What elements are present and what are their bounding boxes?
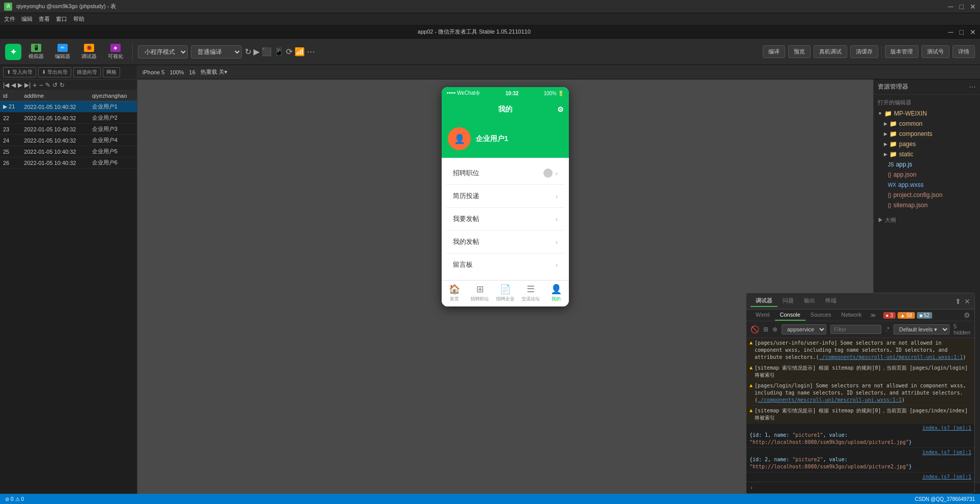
nav-arrow-left[interactable]: ◀ [11, 81, 16, 89]
details-btn[interactable]: 详情 [953, 45, 975, 58]
console-input[interactable] [755, 485, 970, 491]
folder-components[interactable]: ▶ 📁 components [874, 129, 980, 139]
debug-outer-tab-problems[interactable]: 问题 [777, 295, 799, 307]
tab-home[interactable]: 🏠 首页 [442, 284, 467, 302]
debug-tab-sources[interactable]: Sources [805, 310, 836, 321]
debug-tab-wxml[interactable]: Wxml [751, 310, 775, 321]
table-row[interactable]: 25 2022-01-05 10:40:32 企业用户5 [0, 146, 137, 157]
nav-arrow-right[interactable]: ▶ [18, 81, 22, 89]
debug-more-tabs[interactable]: ≫ [867, 310, 879, 321]
nav-delete[interactable]: − [39, 81, 43, 89]
filter-btn[interactable]: 筛选向导 [73, 67, 101, 77]
menu-item-3[interactable]: 我要发帖 › [446, 208, 565, 231]
nav-arrow-right-most[interactable]: ▶| [24, 81, 31, 89]
table-row[interactable]: 23 2022-01-05 10:40:32 企业用户3 [0, 124, 137, 135]
export-btn[interactable]: ⬇ 导出向导 [38, 67, 71, 77]
db-maximize-btn[interactable]: □ [960, 3, 964, 11]
table-row[interactable]: 22 2022-01-05 10:40:32 企业用户2 [0, 113, 137, 124]
debug-settings-icon[interactable]: ⚙ [964, 311, 970, 319]
db-menu-help[interactable]: 帮助 [73, 15, 84, 23]
debug-tab-console[interactable]: Console [775, 310, 805, 321]
compile-btn[interactable]: 编译 [763, 45, 785, 58]
link-3[interactable]: ./components/mescroll-uni/mescroll-uni.w… [758, 397, 902, 403]
wx-minimize-btn[interactable]: ─ [948, 28, 954, 36]
menu-item-1[interactable]: 招聘职位 › [446, 162, 565, 185]
console-collapse-icon[interactable]: ⊞ [763, 326, 768, 333]
tab-company[interactable]: 📄 招聘企业 [493, 284, 518, 302]
menu-item-2[interactable]: 简历投递 › [446, 185, 565, 208]
stop-icon[interactable]: ⬛ [262, 47, 272, 57]
rotate-icon[interactable]: ⟳ [286, 47, 293, 57]
table-row[interactable]: ▶ 21 2022-01-05 10:40:32 企业用户1 [0, 101, 137, 113]
console-clear-icon[interactable]: 🚫 [751, 325, 759, 333]
menu-item-4[interactable]: 我的发帖 › [446, 231, 565, 254]
play-icon[interactable]: ▶ [253, 47, 260, 57]
file-app-wxss[interactable]: WX app.wxss [874, 180, 980, 190]
table-row[interactable]: 26 2022-01-05 10:40:32 企业用户6 [0, 157, 137, 169]
settings-icon[interactable]: ⚙ [557, 105, 564, 114]
wifi-icon[interactable]: 📶 [295, 47, 305, 57]
file-app-js[interactable]: JS app.js [874, 159, 980, 170]
tab-mine[interactable]: 👤 我的 [543, 284, 569, 302]
phone-icon[interactable]: 📱 [274, 47, 284, 57]
wx-close-btn[interactable]: ✕ [970, 28, 976, 36]
compile-select[interactable]: 普通编译 [191, 45, 242, 59]
tab-jobs[interactable]: ⊞ 招聘职位 [467, 284, 493, 302]
db-menu-window[interactable]: 窗口 [56, 15, 67, 23]
wx-maximize-btn[interactable]: □ [960, 28, 964, 36]
menu-item-5[interactable]: 留言板 › [446, 254, 565, 276]
file-app-json[interactable]: {} app.json [874, 170, 980, 180]
nav-add[interactable]: + [33, 81, 37, 89]
link-5[interactable]: index.js? [sm]:1 [923, 425, 971, 431]
nav-redo[interactable]: ↻ [60, 81, 65, 89]
refresh-icon[interactable]: ↻ [245, 47, 251, 57]
appservice-select[interactable]: appservice [782, 324, 826, 334]
filter-input[interactable] [830, 325, 881, 334]
file-sitemap[interactable]: {} sitemap.json [874, 200, 980, 210]
link-1[interactable]: ./components/mescroll-uni/mescroll-uni.w… [819, 354, 963, 360]
mode-select[interactable]: 小程序模式 [138, 45, 188, 59]
test-num-btn[interactable]: 测试号 [921, 45, 949, 58]
hotreload-btn[interactable]: 热重载 关▾ [200, 68, 227, 76]
clear-cache-btn[interactable]: 清缓存 [850, 45, 878, 58]
nav-arrow-left-most[interactable]: |◀ [3, 81, 9, 89]
grid-btn[interactable]: 网格 [103, 67, 120, 77]
root-folder[interactable]: ▼ 📁 MP-WEIXIN [874, 108, 980, 119]
debugger-btn[interactable]: 🐞 调试器 [77, 42, 101, 62]
nav-undo[interactable]: ↺ [52, 81, 57, 89]
link-7[interactable]: index.js? [sm]:1 [923, 474, 971, 480]
folder-static[interactable]: ▶ 📁 static [874, 149, 980, 159]
debug-expand-icon[interactable]: ⬆ [955, 297, 961, 305]
simulator-btn[interactable]: 📱 模拟器 [24, 42, 48, 62]
regex-icon[interactable]: .* [885, 326, 889, 333]
console-content[interactable]: ▲ [pages/user-info/user-info] Some selec… [746, 338, 974, 482]
folder-common[interactable]: ▶ 📁 common [874, 119, 980, 129]
real-debug-btn[interactable]: 真机调试 [814, 45, 847, 58]
more-icon[interactable]: ⋯ [307, 47, 315, 57]
visual-btn[interactable]: ◈ 可视化 [104, 42, 127, 62]
preview-btn[interactable]: 预览 [788, 45, 811, 58]
import-btn[interactable]: ⬆ 导入向导 [3, 67, 36, 77]
nav-edit[interactable]: ✎ [45, 81, 50, 89]
db-menu-edit[interactable]: 编辑 [21, 15, 33, 23]
table-row[interactable]: 24 2022-01-05 10:40:32 企业用户4 [0, 135, 137, 146]
debug-outer-tab-output[interactable]: 输出 [799, 295, 820, 307]
default-levels-select[interactable]: Default levels ▾ [893, 324, 949, 334]
version-mgmt-btn[interactable]: 版本管理 [885, 45, 918, 58]
db-menu-view[interactable]: 查看 [39, 15, 50, 23]
tab-forum[interactable]: ☰ 交流论坛 [518, 284, 543, 302]
file-project-config[interactable]: {} project.config.json [874, 190, 980, 200]
debug-close-icon[interactable]: ✕ [964, 297, 970, 305]
file-explorer-more[interactable]: ⋯ [969, 83, 976, 91]
console-errors-icon[interactable]: ⊗ [772, 326, 777, 333]
editor-btn[interactable]: ✏ 编辑器 [51, 42, 74, 62]
debug-outer-tab-debugger[interactable]: 调试器 [751, 295, 777, 307]
db-menu-file[interactable]: 文件 [4, 15, 15, 23]
folder-pages[interactable]: ▶ 📁 pages [874, 139, 980, 149]
link-6[interactable]: index.js? [sm]:1 [923, 450, 971, 455]
db-minimize-btn[interactable]: ─ [948, 3, 954, 11]
debug-tab-network[interactable]: Network [836, 310, 867, 321]
db-table-scroll[interactable]: id addtime qiyezhanghao ▶ 21 2022-01-05 … [0, 91, 137, 494]
debug-outer-tab-terminal[interactable]: 终端 [820, 295, 842, 307]
db-close-btn[interactable]: ✕ [970, 3, 976, 11]
